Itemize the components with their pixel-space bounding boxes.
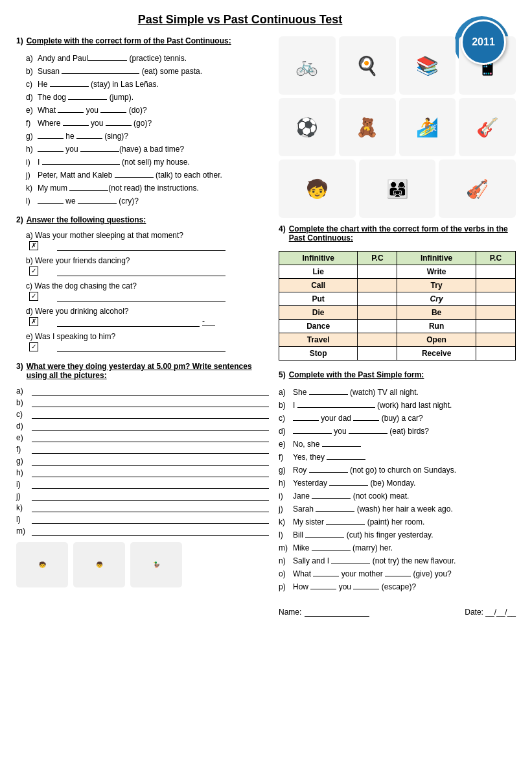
verb-infinitive: Lie — [279, 265, 358, 279]
blank[interactable] — [58, 104, 84, 113]
checkbox-check[interactable]: ✓ — [29, 292, 38, 301]
blank[interactable] — [62, 65, 139, 74]
name-input-line[interactable] — [305, 608, 369, 617]
list-item: c) your dad (buy) a car? — [279, 412, 516, 423]
answer-line[interactable] — [32, 503, 269, 512]
blank[interactable] — [115, 169, 154, 178]
name-field: Name: — [279, 608, 369, 617]
table-row: Call Try — [279, 279, 516, 292]
answer-line[interactable] — [57, 292, 226, 302]
blank[interactable] — [38, 143, 64, 152]
blank[interactable] — [50, 78, 89, 87]
date-label: Date: __/__/__ — [465, 608, 516, 617]
blank[interactable] — [42, 156, 120, 165]
blank[interactable] — [353, 412, 379, 421]
checkbox-check[interactable]: ✓ — [29, 342, 38, 351]
blank[interactable] — [293, 425, 332, 434]
answer-line[interactable] — [57, 343, 226, 352]
answer-line[interactable] — [57, 242, 226, 251]
blank[interactable] — [327, 451, 365, 460]
checkbox-check[interactable]: ✓ — [29, 266, 38, 276]
blank[interactable] — [309, 386, 348, 395]
answer-line[interactable] — [57, 267, 226, 276]
blank[interactable] — [316, 503, 354, 512]
verb-infinitive2: Be — [397, 306, 476, 320]
answer-line[interactable] — [32, 398, 269, 407]
answer-line[interactable] — [32, 445, 269, 454]
verb-pc-input[interactable] — [358, 320, 397, 333]
verb-pc-input2[interactable] — [476, 306, 515, 320]
blank[interactable] — [313, 567, 339, 576]
verb-pc-input[interactable] — [358, 333, 397, 347]
list-item: g)Roy (not go) to church on Sundays. — [279, 464, 516, 475]
list-item: l) we (cry)? — [26, 195, 269, 206]
checkbox-x[interactable]: ✗ — [29, 241, 38, 250]
blank[interactable] — [353, 580, 379, 589]
blank[interactable] — [385, 567, 411, 576]
verb-infinitive2: Cry — [397, 292, 476, 306]
verb-infinitive: Stop — [279, 347, 358, 361]
section5-title: Complete with the Past Simple form: — [289, 370, 424, 379]
section4-number: 4) — [279, 224, 286, 246]
answer-line[interactable] — [32, 515, 269, 524]
q2b: b) Were your friends dancing? ✓ — [16, 256, 269, 276]
blank[interactable] — [312, 490, 351, 499]
blank[interactable] — [63, 117, 89, 126]
answer-line[interactable] — [32, 410, 269, 419]
blank[interactable] — [331, 554, 370, 563]
answer-line[interactable] — [32, 421, 269, 431]
verb-pc-input[interactable] — [358, 292, 397, 306]
list-item: j) Peter, Matt and Kaleb (talk) to each … — [26, 169, 269, 180]
blank[interactable] — [312, 541, 351, 551]
table-row: Lie Write — [279, 265, 516, 279]
list-item: b) — [16, 398, 269, 407]
blank[interactable] — [38, 195, 64, 204]
year-badge: 2011 — [461, 19, 506, 65]
blank[interactable] — [305, 528, 344, 538]
checkbox-x[interactable]: ✗ — [29, 317, 38, 326]
blank[interactable] — [88, 52, 127, 61]
blank[interactable] — [80, 143, 119, 152]
answer-line[interactable] — [32, 480, 269, 489]
blank[interactable] — [106, 117, 132, 126]
verb-pc-input[interactable] — [358, 279, 397, 292]
answer-line[interactable] — [32, 456, 269, 466]
verb-pc-input2[interactable] — [476, 347, 515, 361]
list-item: b) Susan (eat) some pasta. — [26, 65, 269, 76]
verb-pc-input2[interactable] — [476, 333, 515, 347]
list-item: l) — [16, 515, 269, 524]
answer-line[interactable] — [32, 492, 269, 501]
blank[interactable] — [76, 130, 102, 139]
blank[interactable] — [78, 195, 117, 204]
list-item: i) — [16, 480, 269, 489]
list-item: g) he (sing)? — [26, 130, 269, 141]
blank[interactable] — [310, 580, 336, 589]
verb-pc-input2[interactable] — [476, 292, 515, 306]
blank[interactable] — [100, 104, 126, 113]
blank[interactable] — [69, 182, 108, 191]
blank[interactable] — [68, 91, 107, 100]
answer-line[interactable] — [32, 527, 269, 536]
blank[interactable] — [38, 130, 64, 139]
verb-pc-input[interactable] — [358, 347, 397, 361]
verb-pc-input2[interactable] — [476, 320, 515, 333]
blank[interactable] — [309, 464, 348, 473]
verb-pc-input2[interactable] — [476, 265, 515, 279]
verb-pc-input2[interactable] — [476, 279, 515, 292]
decorative-image: 🧒 — [16, 542, 68, 587]
blank[interactable] — [297, 399, 375, 408]
answer-line[interactable] — [32, 433, 269, 442]
blank[interactable] — [293, 412, 319, 421]
verb-pc-input[interactable] — [358, 265, 397, 279]
q2e: e) Was I speaking to him? ✓ — [16, 332, 269, 352]
blank[interactable] — [326, 515, 365, 525]
list-item: d) — [16, 421, 269, 431]
blank[interactable] — [349, 425, 387, 434]
blank[interactable] — [322, 438, 361, 447]
blank[interactable] — [329, 477, 368, 486]
verb-pc-input[interactable] — [358, 306, 397, 320]
answer-line[interactable] — [57, 318, 200, 327]
answer-line[interactable] — [32, 468, 269, 477]
list-item: k) — [16, 503, 269, 512]
answer-line[interactable] — [32, 386, 269, 396]
